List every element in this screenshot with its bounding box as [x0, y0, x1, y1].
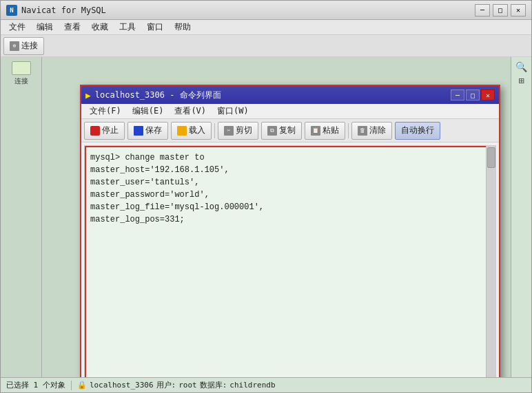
- sidebar-connection-label: 连接: [14, 76, 28, 86]
- status-database-label: 数据库:: [200, 380, 227, 390]
- navicat-title: Navicat for MySQL: [21, 6, 475, 15]
- navicat-menu-tools[interactable]: 工具: [114, 20, 141, 34]
- navicat-minimize-button[interactable]: ─: [475, 4, 490, 17]
- connection-icon: ⊕: [10, 41, 19, 51]
- modal-title: localhost_3306 - 命令列界面: [95, 89, 451, 101]
- navicat-menu-file[interactable]: 文件: [3, 20, 31, 34]
- cut-button[interactable]: ✂ 剪切: [218, 122, 258, 140]
- cut-label: 剪切: [236, 125, 252, 136]
- modal-window-controls: ─ □ ✕: [451, 89, 495, 100]
- navicat-menu-favorites[interactable]: 收藏: [86, 20, 114, 34]
- modal-window: ▶ localhost_3306 - 命令列界面 ─ □ ✕ 文件(F) 编辑(…: [80, 85, 500, 377]
- navicat-maximize-button[interactable]: □: [493, 4, 508, 17]
- paste-icon: 📋: [311, 126, 320, 136]
- save-label: 保存: [145, 125, 162, 136]
- clear-button[interactable]: 🗑 清除: [351, 122, 392, 140]
- status-selected: 已选择 1 个对象: [6, 380, 65, 390]
- connection-sidebar-icon: [12, 61, 31, 75]
- clear-label: 清除: [369, 125, 386, 136]
- cut-icon: ✂: [224, 126, 234, 136]
- right-panel: 🔍 ⊞: [511, 57, 531, 377]
- vertical-scrollbar[interactable]: [486, 146, 495, 377]
- modal-minimize-button[interactable]: ─: [451, 89, 464, 100]
- save-icon: [134, 126, 143, 136]
- modal-toolbar: 停止 保存 载入 ✂ 剪切: [81, 119, 499, 142]
- toolbar-separator-2: [348, 123, 349, 138]
- modal-content-area: [84, 145, 496, 377]
- modal-menu-file[interactable]: 文件(F): [84, 104, 127, 118]
- modal-menu-edit[interactable]: 编辑(E): [127, 104, 170, 118]
- clear-icon: 🗑: [358, 126, 367, 136]
- sidebar-item-connection[interactable]: 连接: [4, 60, 39, 87]
- status-user: root: [178, 381, 197, 390]
- load-icon: [177, 126, 187, 136]
- stop-label: 停止: [102, 125, 119, 136]
- command-interface-modal: ▶ localhost_3306 - 命令列界面 ─ □ ✕ 文件(F) 编辑(…: [80, 85, 500, 377]
- toolbar-separator-1: [214, 123, 215, 138]
- stop-button[interactable]: 停止: [84, 122, 125, 140]
- modal-titlebar: ▶ localhost_3306 - 命令列界面 ─ □ ✕: [81, 86, 499, 104]
- modal-menu-window[interactable]: 窗口(W): [212, 104, 254, 118]
- navicat-titlebar: N Navicat for MySQL ─ □ ✕: [1, 1, 531, 20]
- navicat-menu-help[interactable]: 帮助: [169, 20, 196, 34]
- paste-label: 粘贴: [323, 125, 339, 136]
- autowrap-button[interactable]: 自动换行: [395, 122, 440, 140]
- sidebar: 连接: [1, 57, 42, 377]
- scrollbar-thumb[interactable]: [487, 147, 495, 168]
- statusbar: 已选择 1 个对象 🔒 localhost_3306 用户: root 数据库:…: [1, 377, 531, 392]
- navicat-window: N Navicat for MySQL ─ □ ✕ 文件 编辑 查看 收藏 工具…: [0, 0, 532, 393]
- status-connection-icon: 🔒: [77, 381, 87, 390]
- copy-button[interactable]: ⧉ 复制: [261, 122, 302, 140]
- status-database: childrendb: [229, 381, 275, 390]
- load-label: 载入: [189, 125, 205, 136]
- navicat-toolbar: ⊕ 连接: [1, 35, 531, 57]
- paste-button[interactable]: 📋 粘贴: [305, 122, 345, 140]
- modal-menubar: 文件(F) 编辑(E) 查看(V) 窗口(W): [81, 104, 499, 119]
- command-input[interactable]: [85, 146, 495, 377]
- navicat-close-button[interactable]: ✕: [511, 4, 526, 17]
- modal-maximize-button[interactable]: □: [466, 89, 480, 100]
- modal-close-button[interactable]: ✕: [481, 89, 495, 100]
- status-user-label: 用户:: [156, 380, 176, 390]
- status-separator-1: [71, 381, 72, 390]
- navicat-menubar: 文件 编辑 查看 收藏 工具 窗口 帮助: [1, 20, 531, 35]
- copy-icon: ⧉: [267, 126, 277, 136]
- load-button[interactable]: 载入: [171, 122, 212, 140]
- save-button[interactable]: 保存: [127, 122, 168, 140]
- navicat-main: 连接 ▶ localhost_3306 - 命令列界面 ─ □ ✕: [1, 57, 531, 377]
- stop-icon: [90, 126, 100, 136]
- navicat-connection-button[interactable]: ⊕ 连接: [3, 37, 44, 55]
- navicat-menu-view[interactable]: 查看: [59, 20, 86, 34]
- modal-menu-view[interactable]: 查看(V): [169, 104, 212, 118]
- navicat-content-area: ▶ localhost_3306 - 命令列界面 ─ □ ✕ 文件(F) 编辑(…: [42, 57, 511, 377]
- copy-label: 复制: [279, 125, 296, 136]
- app-icon: N: [6, 5, 17, 16]
- search-icon[interactable]: 🔍: [515, 60, 529, 74]
- navicat-menu-window[interactable]: 窗口: [141, 20, 169, 34]
- autowrap-label: 自动换行: [401, 125, 434, 136]
- modal-icon: ▶: [85, 90, 91, 100]
- navicat-window-controls: ─ □ ✕: [475, 4, 526, 17]
- navicat-menu-edit[interactable]: 编辑: [31, 20, 59, 34]
- connection-label: 连接: [21, 40, 38, 52]
- status-connection: localhost_3306: [90, 381, 154, 390]
- columns-icon[interactable]: ⊞: [515, 74, 529, 87]
